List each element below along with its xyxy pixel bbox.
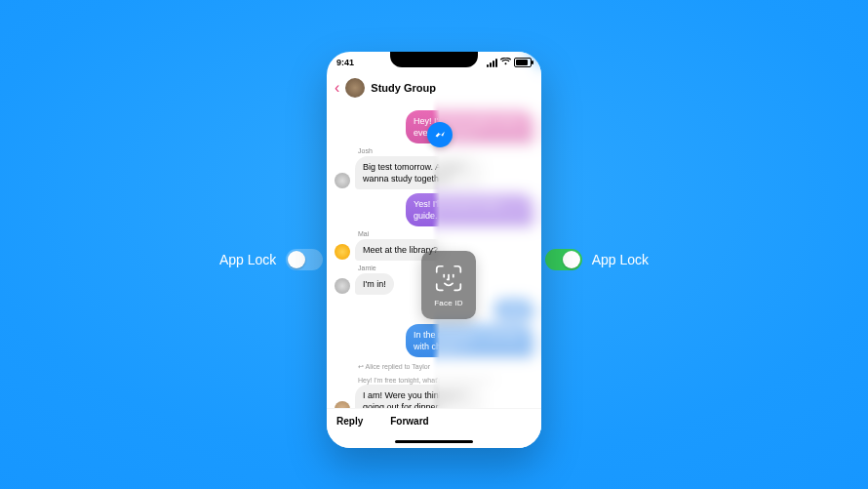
app-lock-on-group: App Lock bbox=[545, 249, 649, 270]
phone-mockup: 9:41 ‹ Study Group Hey! I'm free tonight… bbox=[327, 52, 541, 448]
group-avatar[interactable] bbox=[345, 78, 365, 98]
app-lock-off-label: App Lock bbox=[219, 252, 276, 267]
app-lock-on-label: App Lock bbox=[592, 252, 649, 267]
battery-icon bbox=[514, 58, 532, 67]
reply-action[interactable]: Reply bbox=[336, 416, 363, 427]
lock-blur-overlay bbox=[432, 52, 541, 448]
chat-title: Study Group bbox=[371, 82, 436, 94]
forward-action[interactable]: Forward bbox=[390, 416, 428, 427]
face-id-prompt: Face ID bbox=[421, 251, 476, 319]
phone-notch bbox=[390, 52, 478, 67]
face-id-label: Face ID bbox=[434, 299, 462, 307]
bottom-bar: Reply Forward bbox=[327, 408, 541, 448]
signal-icon bbox=[487, 59, 497, 67]
avatar-icon[interactable] bbox=[335, 278, 350, 294]
app-lock-toggle-on[interactable] bbox=[545, 249, 582, 270]
toggle-knob bbox=[288, 251, 305, 268]
status-time: 9:41 bbox=[336, 58, 354, 67]
wifi-icon bbox=[500, 58, 511, 67]
message-bubble[interactable]: I'm in! bbox=[355, 273, 394, 295]
avatar-icon[interactable] bbox=[335, 244, 350, 260]
toggle-knob bbox=[563, 251, 580, 268]
avatar-icon[interactable] bbox=[335, 173, 350, 188]
chat-header: ‹ Study Group bbox=[327, 73, 541, 102]
messenger-logo-icon bbox=[427, 122, 453, 147]
home-indicator[interactable] bbox=[395, 440, 473, 443]
back-icon[interactable]: ‹ bbox=[335, 79, 339, 97]
app-lock-off-group: App Lock bbox=[219, 249, 323, 270]
app-lock-toggle-off[interactable] bbox=[286, 249, 323, 270]
face-id-icon bbox=[434, 264, 463, 293]
